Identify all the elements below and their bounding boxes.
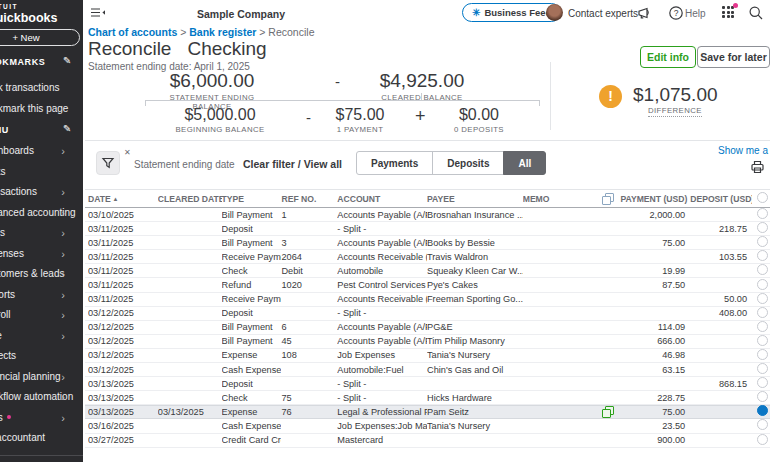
- col-header-ref-no[interactable]: REF NO.: [281, 194, 337, 204]
- help-circle-icon[interactable]: ?: [668, 5, 684, 21]
- table-row[interactable]: 03/12/2025Cash ExpenseAutomobile:FuelChi…: [85, 363, 770, 377]
- table-row[interactable]: 03/11/2025Receive PaymentAccounts Receiv…: [85, 293, 770, 307]
- statement-ending-balance: $6,000.00 STATEMENT ENDING BALANCE: [150, 70, 274, 111]
- cleared-radio[interactable]: [757, 363, 768, 374]
- edit-bookmarks-pencil-icon[interactable]: ✎: [63, 55, 71, 66]
- sidebar-item-bookmark-this-page[interactable]: Bookmark this page: [0, 103, 68, 114]
- sidebar-item-payroll[interactable]: Payroll›: [0, 305, 83, 326]
- table-row[interactable]: 03/12/2025Bill Payment45Accounts Payable…: [85, 335, 770, 349]
- table-row[interactable]: 03/13/2025Deposit- Split -868.15: [85, 377, 770, 391]
- cleared-radio[interactable]: [757, 321, 768, 332]
- megaphone-icon[interactable]: [637, 5, 653, 21]
- table-row[interactable]: 03/11/2025Bill Payment3Accounts Payable …: [85, 236, 770, 250]
- cleared-radio[interactable]: [757, 377, 768, 388]
- sidebar-item-reports[interactable]: Reports›: [0, 285, 83, 306]
- col-header-account[interactable]: ACCOUNT: [337, 194, 427, 204]
- company-name[interactable]: Sample Company: [197, 8, 285, 20]
- edit-menu-pencil-icon[interactable]: ✎: [63, 123, 71, 134]
- cleared-radio[interactable]: [757, 349, 768, 360]
- save-for-later-button[interactable]: Save for later: [697, 46, 770, 68]
- printer-icon[interactable]: [750, 160, 765, 178]
- col-header-payment-usd[interactable]: PAYMENT (USD): [620, 194, 690, 204]
- col-header-payee[interactable]: PAYEE: [427, 194, 523, 204]
- cleared-radio[interactable]: [757, 250, 768, 261]
- cell-copy: [595, 406, 621, 418]
- cleared-radio[interactable]: [757, 419, 768, 430]
- sidebar-item-projects[interactable]: Projects: [0, 346, 83, 367]
- table-row[interactable]: 03/11/2025Refund1020Pest Control Service…: [85, 278, 770, 292]
- bracket-left-tick: [145, 100, 146, 106]
- sidebar-item-customers-leads[interactable]: Customers & leads›: [0, 264, 83, 285]
- clear-filter-link[interactable]: Clear filter / View all: [243, 158, 342, 170]
- breadcrumb-bank-register[interactable]: Bank register: [189, 26, 256, 38]
- apps-grid-icon[interactable]: [722, 6, 735, 19]
- sidebar-item-sales[interactable]: Sales›: [0, 223, 83, 244]
- sidebar-item-advanced-accounting[interactable]: Advanced accounting›: [0, 203, 83, 224]
- hamburger-collapse-icon[interactable]: [90, 5, 106, 21]
- cleared-radio[interactable]: [757, 293, 768, 304]
- avatar[interactable]: [546, 4, 563, 21]
- cleared-radio[interactable]: [757, 335, 768, 346]
- cleared-radio[interactable]: [757, 307, 768, 318]
- tab-payments[interactable]: Payments: [356, 151, 433, 175]
- cleared-radio[interactable]: [757, 208, 768, 219]
- table-row[interactable]: 03/11/2025CheckDebitAutomobileSqueaky Kl…: [85, 264, 770, 278]
- sidebar-item-financial-planning[interactable]: Financial planning›: [0, 367, 83, 388]
- cleared-radio[interactable]: [757, 391, 768, 402]
- col-header-memo[interactable]: MEMO: [523, 194, 595, 204]
- cell-radio: [752, 279, 770, 292]
- contact-experts-link[interactable]: Contact experts: [568, 8, 638, 19]
- cell-type: Credit Card Credit: [222, 435, 282, 445]
- sidebar-item-apps[interactable]: Apps›: [0, 408, 83, 429]
- sidebar-item-label: Financial planning: [0, 371, 61, 382]
- edit-info-button[interactable]: Edit info: [640, 46, 696, 68]
- table-row[interactable]: 03/16/2025Cash ExpenseJob Expenses:Job M…: [85, 419, 770, 433]
- chevron-right-icon: ›: [61, 387, 65, 408]
- table-row[interactable]: 03/13/2025Check75- Split -Hicks Hardware…: [85, 391, 770, 405]
- table-row[interactable]: 03/12/2025Expense108Job ExpensesTania's …: [85, 349, 770, 363]
- table-row[interactable]: 03/27/2025Credit Card CreditMastercard90…: [85, 434, 770, 448]
- table-row[interactable]: 03/12/2025Deposit- Split -408.00: [85, 307, 770, 321]
- tab-all[interactable]: All: [503, 151, 546, 175]
- cell-account: Accounts Receivable (A/R): [337, 294, 427, 304]
- sidebar-item-workflow-automation[interactable]: Workflow automation›: [0, 387, 83, 408]
- filter-close-icon[interactable]: ✕: [124, 148, 131, 157]
- table-row[interactable]: 03/13/202503/13/2025Expense76Legal & Pro…: [85, 405, 770, 419]
- table-row[interactable]: 03/11/2025Receive Payment2064Accounts Re…: [85, 250, 770, 264]
- cell-date: 03/11/2025: [88, 266, 158, 276]
- sidebar-item-transactions[interactable]: Transactions›: [0, 182, 83, 203]
- sidebar-item-menu-settings[interactable]: Menu settings: [0, 458, 83, 462]
- sidebar-item-expenses[interactable]: Expenses›: [0, 244, 83, 265]
- sidebar-item-dashboards[interactable]: Dashboards›: [0, 141, 83, 162]
- copy-icon[interactable]: [602, 193, 612, 203]
- cleared-radio[interactable]: [757, 236, 768, 247]
- table-row[interactable]: 03/10/2025Bill Payment1Accounts Payable …: [85, 208, 770, 222]
- help-label[interactable]: Help: [685, 8, 706, 19]
- col-header-cleared-date[interactable]: CLEARED DATE: [158, 194, 222, 204]
- cleared-radio[interactable]: [757, 264, 768, 275]
- table-row[interactable]: 03/11/2025Deposit- Split -218.75: [85, 222, 770, 236]
- col-header-date[interactable]: DATE ▲: [88, 194, 158, 204]
- breadcrumb-chart-of-accounts[interactable]: Chart of accounts: [88, 26, 177, 38]
- cleared-radio[interactable]: [757, 279, 768, 290]
- cleared-radio[interactable]: [757, 434, 768, 445]
- sidebar-item-time[interactable]: Time›: [0, 326, 83, 347]
- col-header-deposit-usd[interactable]: DEPOSIT (USD): [690, 194, 752, 204]
- show-me-link[interactable]: Show me a: [718, 145, 768, 156]
- search-icon[interactable]: [748, 5, 764, 21]
- filter-funnel-button[interactable]: [96, 151, 120, 175]
- sidebar-item-bank-transactions[interactable]: Bank transactions: [0, 82, 60, 93]
- col-header-type[interactable]: TYPE: [222, 194, 282, 204]
- sidebar-item-tasks[interactable]: Tasks: [0, 162, 83, 183]
- cleared-radio[interactable]: [757, 192, 768, 203]
- new-button[interactable]: + New: [0, 29, 80, 46]
- copy-icon[interactable]: [602, 406, 612, 416]
- cleared-radio-selected[interactable]: [757, 405, 768, 416]
- difference-label[interactable]: DIFFERENCE: [648, 106, 702, 117]
- tab-deposits[interactable]: Deposits: [432, 151, 504, 175]
- table-row[interactable]: 03/12/2025Bill Payment6Accounts Payable …: [85, 321, 770, 335]
- cell-type: Check: [222, 266, 282, 276]
- sidebar-item-my-accountant[interactable]: My accountant: [0, 428, 83, 449]
- cleared-radio[interactable]: [757, 222, 768, 233]
- col-header-copy[interactable]: [595, 193, 621, 205]
